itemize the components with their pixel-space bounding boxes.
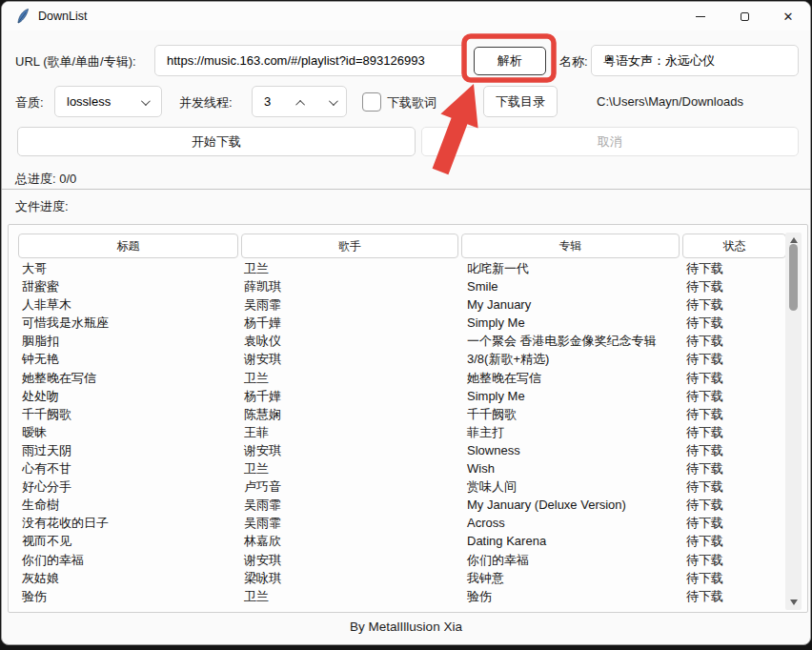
cell-status: 待下载 — [686, 423, 723, 441]
column-header-status[interactable]: 状态 — [682, 234, 786, 258]
cell-album: Simply Me — [467, 314, 525, 332]
window-title: DownList — [38, 10, 87, 23]
url-input[interactable]: https://music.163.com/#/playlist?id=8931… — [154, 45, 466, 76]
table-row[interactable]: 大哥 卫兰 叱咤新一代 待下载 — [9, 259, 786, 277]
threads-label: 并发线程: — [179, 94, 233, 112]
cell-album: Simply Me — [467, 387, 525, 405]
cell-title: 千千阙歌 — [22, 405, 71, 423]
start-download-label: 开始下载 — [192, 133, 241, 151]
start-download-button[interactable]: 开始下载 — [17, 127, 416, 156]
table-row[interactable]: 没有花收的日子 吴雨霏 Across 待下载 — [9, 514, 786, 532]
cell-title: 好心分手 — [22, 477, 71, 496]
scrollbar-thumb[interactable] — [789, 244, 798, 311]
cell-album: 我钟意 — [467, 569, 504, 587]
cell-album: 菲主打 — [467, 423, 504, 441]
quality-value: lossless — [67, 94, 111, 109]
minimize-button[interactable] — [679, 2, 722, 30]
cell-title: 心有不甘 — [22, 459, 71, 477]
cell-status: 待下载 — [686, 551, 723, 569]
table-row[interactable]: 她整晚在写信 卫兰 她整晚在写信 待下载 — [9, 369, 786, 387]
table-row[interactable]: 心有不甘 卫兰 Wish 待下载 — [9, 459, 786, 477]
column-header-album-label: 专辑 — [559, 238, 582, 254]
cell-album: 你们的幸福 — [467, 551, 529, 569]
vertical-scrollbar[interactable] — [785, 233, 802, 610]
cell-status: 待下载 — [686, 477, 723, 496]
cell-title: 可惜我是水瓶座 — [22, 314, 109, 332]
table-row[interactable]: 你们的幸福 谢安琪 你们的幸福 待下载 — [9, 551, 786, 569]
name-label: 名称: — [559, 53, 588, 71]
table-row[interactable]: 钟无艳 谢安琪 3/8(新歌+精选) 待下载 — [9, 350, 786, 368]
cell-album: Across — [467, 514, 505, 532]
cell-artist: 谢安琪 — [244, 350, 281, 368]
cell-artist: 陈慧娴 — [244, 405, 281, 423]
cell-status: 待下载 — [686, 441, 723, 459]
spin-up-icon[interactable] — [295, 100, 305, 110]
cell-album: 叱咤新一代 — [467, 259, 529, 277]
parse-button[interactable]: 解析 — [474, 47, 546, 75]
download-dir-button[interactable]: 下载目录 — [483, 86, 558, 117]
close-button[interactable]: ✕ — [766, 2, 810, 30]
table-row[interactable]: 人非草木 吴雨霏 My January 待下载 — [9, 295, 786, 314]
parse-button-label: 解析 — [497, 52, 522, 70]
cell-album: Smile — [467, 277, 498, 295]
column-header-artist[interactable]: 歌手 — [241, 234, 458, 258]
cell-artist: 杨千嬅 — [244, 387, 281, 405]
table-row[interactable]: 好心分手 卢巧音 赏味人间 待下载 — [9, 477, 786, 496]
table-row[interactable]: 灰姑娘 梁咏琪 我钟意 待下载 — [9, 569, 786, 587]
table-row[interactable]: 暧昧 王菲 菲主打 待下载 — [9, 423, 786, 441]
cell-status: 待下载 — [686, 496, 723, 514]
cell-album: 千千阙歌 — [467, 405, 517, 423]
quality-combobox[interactable]: lossless — [54, 86, 162, 117]
scroll-down-button[interactable] — [785, 595, 802, 610]
cell-album: 验伤 — [467, 587, 492, 605]
lyrics-checkbox[interactable] — [362, 92, 381, 112]
cell-artist: 杨千嬅 — [244, 314, 281, 332]
column-header-album[interactable]: 专辑 — [461, 234, 680, 258]
cell-artist: 薛凯琪 — [244, 277, 281, 295]
table-row[interactable]: 可惜我是水瓶座 杨千嬅 Simply Me 待下载 — [9, 314, 786, 332]
lyrics-label: 下载歌词 — [387, 94, 436, 112]
cell-status: 待下载 — [686, 369, 723, 387]
scroll-up-icon — [790, 237, 798, 243]
cell-album: Dating Karena — [467, 532, 546, 550]
title-bar: DownList ✕ — [2, 2, 810, 30]
table-row[interactable]: 甜蜜蜜 薛凯琪 Smile 待下载 — [9, 277, 786, 295]
threads-spinbox[interactable]: 3 — [252, 86, 347, 117]
cell-album: 她整晚在写信 — [467, 369, 541, 387]
cancel-button[interactable]: 取消 — [421, 127, 799, 156]
table-row[interactable]: 生命樹 吴雨霏 My January (Deluxe Version) 待下载 — [9, 496, 786, 514]
cell-status: 待下载 — [686, 295, 723, 314]
threads-value: 3 — [264, 94, 271, 109]
cell-album: Wish — [467, 459, 495, 477]
cell-artist: 王菲 — [244, 423, 269, 441]
cell-status: 待下载 — [686, 532, 723, 550]
column-header-title-label: 标题 — [117, 238, 140, 254]
table-row[interactable]: 雨过天阴 谢安琪 Slowness 待下载 — [9, 441, 786, 459]
cell-artist: 谢安琪 — [244, 551, 281, 569]
table-row[interactable]: 千千阙歌 陈慧娴 千千阙歌 待下载 — [9, 405, 786, 423]
spin-down-icon[interactable] — [329, 96, 338, 106]
cancel-label: 取消 — [598, 133, 622, 151]
minimize-icon — [696, 16, 705, 17]
maximize-button[interactable] — [722, 2, 766, 30]
cell-artist: 梁咏琪 — [244, 569, 281, 587]
cell-title: 甜蜜蜜 — [22, 277, 59, 295]
table-row[interactable]: 处处吻 杨千嬅 Simply Me 待下载 — [9, 387, 786, 405]
cell-album: 一个聚会 香港电影金像奖纪念专辑 — [467, 332, 657, 350]
column-header-artist-label: 歌手 — [338, 238, 361, 254]
cell-artist: 卫兰 — [244, 259, 269, 277]
column-header-title[interactable]: 标题 — [18, 234, 238, 258]
cell-status: 待下载 — [686, 569, 723, 587]
cell-status: 待下载 — [686, 459, 723, 477]
cell-status: 待下载 — [686, 314, 723, 332]
table-row[interactable]: 验伤 卫兰 验伤 待下载 — [9, 587, 786, 605]
cell-status: 待下载 — [686, 405, 723, 423]
cell-artist: 林嘉欣 — [244, 532, 281, 550]
table-row[interactable]: 胭脂扣 袁咏仪 一个聚会 香港电影金像奖纪念专辑 待下载 — [9, 332, 786, 350]
column-header-status-label: 状态 — [723, 238, 746, 254]
table-row[interactable]: 视而不见 林嘉欣 Dating Karena 待下载 — [9, 532, 786, 550]
cell-title: 验伤 — [22, 587, 47, 605]
cell-artist: 袁咏仪 — [244, 332, 281, 350]
cell-status: 待下载 — [686, 277, 723, 295]
name-input[interactable]: 粤语女声：永远心仪 — [591, 45, 799, 76]
